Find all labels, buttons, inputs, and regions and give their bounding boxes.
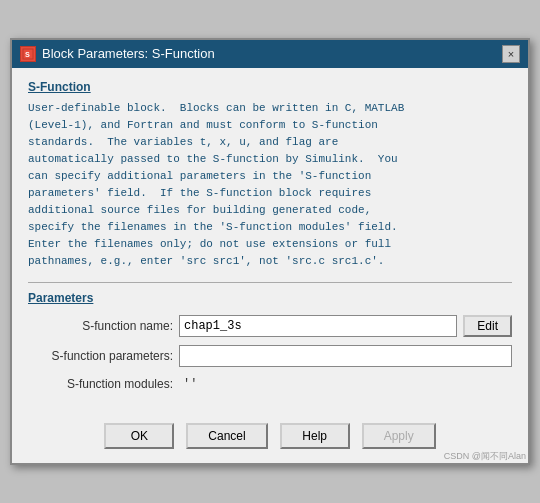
section-divider <box>28 282 512 283</box>
sfunction-name-row: S-function name: Edit <box>28 315 512 337</box>
title-bar: S Block Parameters: S-Function × <box>12 40 528 68</box>
sfunction-modules-value: '' <box>179 375 201 393</box>
apply-button: Apply <box>362 423 436 449</box>
sfunction-parameters-label: S-function parameters: <box>28 349 173 363</box>
svg-text:S: S <box>25 50 30 59</box>
sfunction-parameters-row: S-function parameters: <box>28 345 512 367</box>
sfunction-description: User-definable block. Blocks can be writ… <box>28 100 512 270</box>
edit-button[interactable]: Edit <box>463 315 512 337</box>
dialog-content: S-Function User-definable block. Blocks … <box>12 68 528 413</box>
dialog-icon: S <box>20 46 36 62</box>
title-bar-left: S Block Parameters: S-Function <box>20 46 215 62</box>
parameters-section-label: Parameters <box>28 291 512 305</box>
sfunction-name-label: S-function name: <box>28 319 173 333</box>
cancel-button[interactable]: Cancel <box>186 423 267 449</box>
ok-button[interactable]: OK <box>104 423 174 449</box>
sfunction-parameters-input[interactable] <box>179 345 512 367</box>
sfunction-modules-row: S-function modules: '' <box>28 375 512 393</box>
sfunction-section-label: S-Function <box>28 80 512 94</box>
dialog-title: Block Parameters: S-Function <box>42 46 215 61</box>
sfunction-modules-label: S-function modules: <box>28 377 173 391</box>
watermark: CSDN @闻不同Alan <box>444 450 526 463</box>
block-parameters-dialog: S Block Parameters: S-Function × S-Funct… <box>10 38 530 465</box>
close-button[interactable]: × <box>502 45 520 63</box>
help-button[interactable]: Help <box>280 423 350 449</box>
sfunction-name-input[interactable] <box>179 315 457 337</box>
